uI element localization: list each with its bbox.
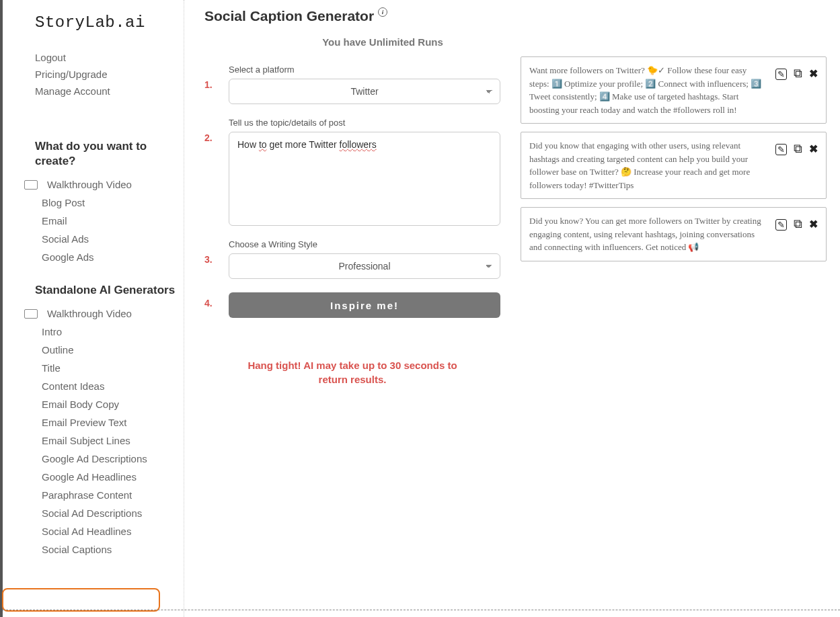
edit-icon[interactable] xyxy=(775,142,787,156)
result-text: Did you know? You can get more followers… xyxy=(529,214,769,254)
sidebar-item-email[interactable]: Email xyxy=(3,212,184,230)
page-title-text: Social Caption Generator xyxy=(204,8,374,24)
sidebar-item-email-body-copy[interactable]: Email Body Copy xyxy=(3,395,184,413)
results-column: Want more followers on Twitter? 🐤✓ Follo… xyxy=(521,8,827,617)
sidebar-item-social-captions[interactable]: Social Captions xyxy=(3,540,184,559)
step-3-number: 3. xyxy=(204,239,217,279)
step-3: 3. Choose a Writing Style Professional xyxy=(204,239,500,279)
step-2-number: 2. xyxy=(204,118,217,226)
copy-icon[interactable] xyxy=(794,67,802,81)
sidebar-item-google-ads[interactable]: Google Ads xyxy=(3,248,184,266)
result-text: Want more followers on Twitter? 🐤✓ Follo… xyxy=(529,64,769,116)
copy-icon[interactable] xyxy=(794,142,802,156)
sidebar-list-1: Walkthrough Video Blog Post Email Social… xyxy=(3,175,184,266)
sidebar-item-email-preview-text[interactable]: Email Preview Text xyxy=(3,413,184,431)
result-card: Did you know? You can get more followers… xyxy=(521,207,827,261)
sidebar-list-2: Walkthrough Video Intro Outline Title Co… xyxy=(3,304,184,559)
step-4-number: 4. xyxy=(204,292,217,318)
sidebar-item-title[interactable]: Title xyxy=(3,359,184,377)
platform-select[interactable]: Twitter xyxy=(229,79,500,104)
sidebar-item-google-ad-descriptions[interactable]: Google Ad Descriptions xyxy=(3,450,184,468)
result-card: Want more followers on Twitter? 🐤✓ Follo… xyxy=(521,56,827,124)
page-title: Social Caption Generator i xyxy=(204,8,500,24)
close-icon[interactable] xyxy=(809,142,818,156)
sidebar-item-intro[interactable]: Intro xyxy=(3,323,184,341)
logo: StoryLab.ai xyxy=(3,13,184,32)
step-4: 4. Inspire me! xyxy=(204,292,500,318)
manage-account-link[interactable]: Manage Account xyxy=(35,85,184,97)
style-label: Choose a Writing Style xyxy=(229,239,500,249)
sidebar-section-title-1: What do you want to create? xyxy=(3,139,184,169)
form-column: Social Caption Generator i You have Unli… xyxy=(204,8,500,617)
sidebar-item-outline[interactable]: Outline xyxy=(3,341,184,359)
copy-icon[interactable] xyxy=(794,217,802,231)
edit-icon[interactable] xyxy=(775,217,787,231)
close-icon[interactable] xyxy=(809,67,818,81)
step-1-number: 1. xyxy=(204,65,217,104)
edit-icon[interactable] xyxy=(775,67,787,81)
sidebar-item-walkthrough-video[interactable]: Walkthrough Video xyxy=(3,175,184,194)
sidebar-item-social-ads[interactable]: Social Ads xyxy=(3,230,184,248)
result-card: Did you know that engaging with other us… xyxy=(521,132,827,199)
info-icon[interactable]: i xyxy=(378,7,387,17)
runs-message: You have Unlimited Runs xyxy=(204,36,500,48)
sidebar-item-blog-post[interactable]: Blog Post xyxy=(3,194,184,212)
sidebar-item-content-ideas[interactable]: Content Ideas xyxy=(3,377,184,395)
step-2: 2. Tell us the topic/details of post How… xyxy=(204,118,500,226)
step-1: 1. Select a platform Twitter xyxy=(204,65,500,104)
topic-textarea[interactable]: How to get more Twitter followers xyxy=(229,132,500,226)
sidebar-item-google-ad-headlines[interactable]: Google Ad Headlines xyxy=(3,468,184,486)
logout-link[interactable]: Logout xyxy=(35,52,184,63)
sidebar-section-title-2: Standalone AI Generators xyxy=(3,283,184,298)
bottom-divider xyxy=(3,610,840,610)
result-actions xyxy=(775,214,818,254)
result-actions xyxy=(775,139,818,192)
sidebar-item-paraphrase-content[interactable]: Paraphrase Content xyxy=(3,486,184,504)
result-text: Did you know that engaging with other us… xyxy=(529,139,769,192)
close-icon[interactable] xyxy=(809,217,818,231)
sidebar-item-social-ad-descriptions[interactable]: Social Ad Descriptions xyxy=(3,504,184,522)
account-links: Logout Pricing/Upgrade Manage Account xyxy=(3,52,184,102)
platform-label: Select a platform xyxy=(229,65,500,75)
pricing-link[interactable]: Pricing/Upgrade xyxy=(35,69,184,80)
result-actions xyxy=(775,64,818,116)
style-select[interactable]: Professional xyxy=(229,253,500,279)
main-content: Social Caption Generator i You have Unli… xyxy=(184,0,840,617)
sidebar-item-walkthrough-video-2[interactable]: Walkthrough Video xyxy=(3,304,184,323)
sidebar-item-email-subject-lines[interactable]: Email Subject Lines xyxy=(3,431,184,450)
sidebar: StoryLab.ai Logout Pricing/Upgrade Manag… xyxy=(3,0,184,617)
topic-label: Tell us the topic/details of post xyxy=(229,118,500,128)
wait-message: Hang tight! AI may take up to 30 seconds… xyxy=(204,358,500,386)
sidebar-item-social-ad-headlines[interactable]: Social Ad Headlines xyxy=(3,522,184,540)
inspire-button[interactable]: Inspire me! xyxy=(229,292,500,318)
